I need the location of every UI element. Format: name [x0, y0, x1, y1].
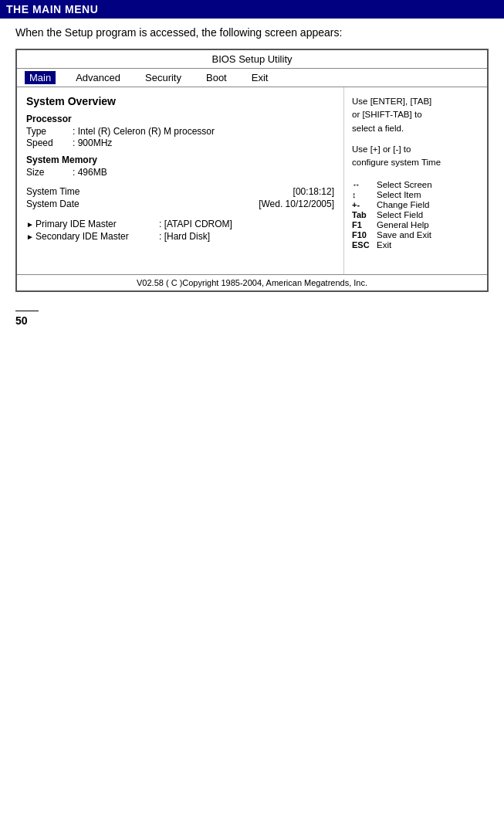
bios-key-symbol: ↕	[352, 190, 374, 199]
processor-type-row: Type : Intel (R) Celeron (R) M processor	[26, 126, 334, 137]
bios-key-symbol: F10	[352, 230, 374, 239]
bios-key-description: Save and Exit	[377, 230, 431, 239]
bios-content-area: System Overview Processor Type : Intel (…	[17, 87, 487, 274]
bios-key-row: +-Change Field	[352, 200, 479, 209]
page-header: The Main Menu	[0, 0, 504, 19]
bios-key-symbol: Tab	[352, 210, 374, 219]
bios-left-panel: System Overview Processor Type : Intel (…	[17, 87, 344, 274]
secondary-ide-row[interactable]: ► Secondary IDE Master : [Hard Disk]	[26, 231, 334, 242]
header-title: The Main Menu	[6, 3, 98, 15]
bios-key-symbol: ↔	[352, 180, 374, 189]
bios-nav-main[interactable]: Main	[25, 71, 56, 84]
bios-key-description: General Help	[377, 220, 429, 229]
bios-key-row: ↔Select Screen	[352, 180, 479, 189]
bios-title: BIOS Setup Utility	[17, 50, 487, 69]
system-date-label: System Date	[26, 199, 134, 209]
bios-key-row: ↕Select Item	[352, 190, 479, 199]
help-line-5: Use [+] or [-] to	[352, 143, 479, 156]
bios-key-description: Select Field	[377, 210, 423, 219]
speed-label: Speed	[26, 138, 73, 148]
bios-footer: V02.58 ( C )Copyright 1985-2004, America…	[17, 274, 487, 290]
bios-nav-security[interactable]: Security	[140, 71, 186, 84]
bios-screenshot: BIOS Setup Utility Main Advanced Securit…	[15, 49, 489, 292]
primary-ide-arrow: ►	[26, 220, 36, 229]
help-line-2: or [SHIFT-TAB] to	[352, 108, 479, 121]
system-date-value: [Wed. 10/12/2005]	[259, 199, 334, 209]
size-label: Size	[26, 167, 73, 178]
bios-help-text: Use [ENTER], [TAB] or [SHIFT-TAB] to sel…	[352, 95, 479, 169]
primary-ide-value: : [ATAPI CDROM]	[159, 219, 232, 229]
bios-key-row: TabSelect Field	[352, 210, 479, 219]
bios-nav-advanced[interactable]: Advanced	[71, 71, 125, 84]
bios-key-row: F1General Help	[352, 220, 479, 229]
bios-key-description: Select Screen	[377, 180, 432, 189]
primary-ide-row[interactable]: ► Primary IDE Master : [ATAPI CDROM]	[26, 219, 334, 229]
help-line-1: Use [ENTER], [TAB]	[352, 95, 479, 108]
memory-size-row: Size : 496MB	[26, 167, 334, 178]
intro-text: When the Setup program is accessed, the …	[0, 19, 504, 49]
bios-key-legend: ↔Select Screen↕Select Item+-Change Field…	[352, 180, 479, 250]
bios-right-panel: Use [ENTER], [TAB] or [SHIFT-TAB] to sel…	[344, 87, 487, 274]
type-label: Type	[26, 126, 73, 137]
processor-speed-row: Speed : 900MHz	[26, 138, 334, 148]
bios-key-symbol: +-	[352, 200, 374, 209]
bios-nav-exit[interactable]: Exit	[247, 71, 273, 84]
bios-key-row: ESCExit	[352, 240, 479, 250]
system-overview-title: System Overview	[26, 95, 334, 107]
help-line-3: select a field.	[352, 122, 479, 135]
bios-key-row: F10Save and Exit	[352, 230, 479, 239]
type-value: : Intel (R) Celeron (R) M processor	[73, 126, 215, 137]
system-date-row: System Date [Wed. 10/12/2005]	[26, 199, 334, 209]
page-number: 50	[15, 314, 28, 327]
bios-key-symbol: F1	[352, 220, 374, 229]
secondary-ide-label: Secondary IDE Master	[36, 231, 159, 242]
system-time-label: System Time	[26, 186, 134, 197]
system-time-row: System Time [00:18:12]	[26, 186, 334, 197]
bios-key-description: Change Field	[377, 200, 429, 209]
bios-nav-boot[interactable]: Boot	[201, 71, 232, 84]
memory-label: System Memory	[26, 155, 334, 165]
processor-label: Processor	[26, 114, 334, 124]
primary-ide-label: Primary IDE Master	[36, 219, 159, 229]
size-value: : 496MB	[73, 167, 107, 178]
bios-nav: Main Advanced Security Boot Exit	[17, 69, 487, 87]
system-time-value: [00:18:12]	[293, 186, 334, 197]
bios-key-description: Select Item	[377, 190, 421, 199]
speed-value: : 900MHz	[73, 138, 112, 148]
intro-content: When the Setup program is accessed, the …	[15, 26, 342, 39]
help-line-6: configure system Time	[352, 156, 479, 169]
secondary-ide-value: : [Hard Disk]	[159, 231, 210, 242]
bios-key-description: Exit	[377, 240, 391, 250]
secondary-ide-arrow: ►	[26, 233, 36, 241]
bios-key-symbol: ESC	[352, 240, 374, 250]
